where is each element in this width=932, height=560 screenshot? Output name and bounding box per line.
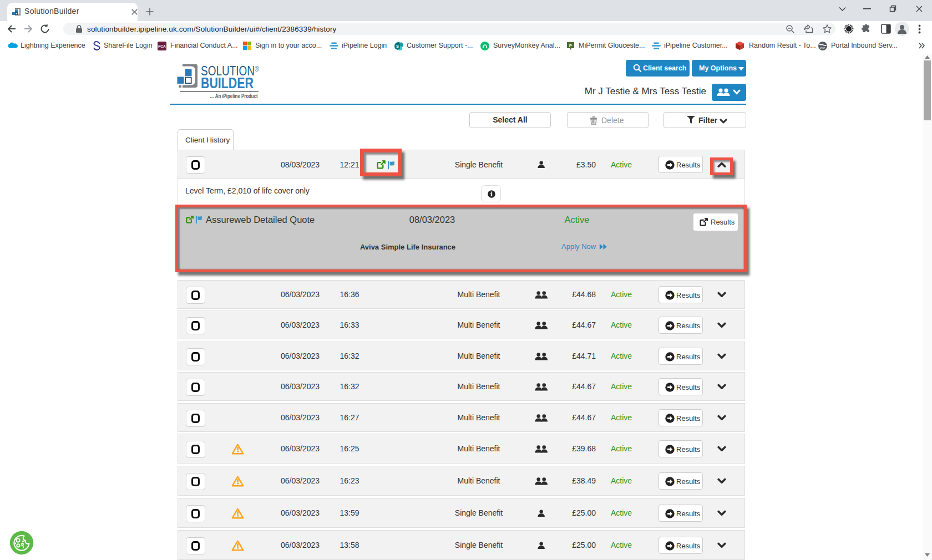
svg-text:S: S <box>396 44 399 49</box>
svg-text:FCA: FCA <box>158 44 166 48</box>
svg-text:P: P <box>569 43 573 48</box>
